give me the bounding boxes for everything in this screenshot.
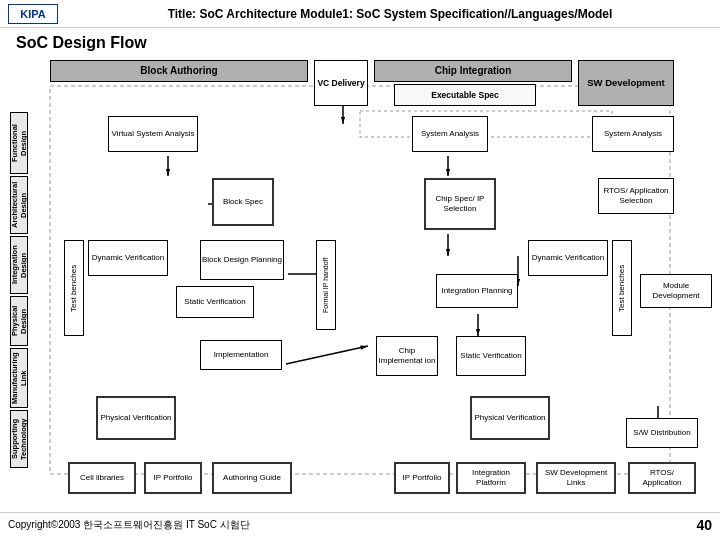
integration-planning: Integration Planning <box>436 274 518 308</box>
architectural-design-label: Architectural Design <box>10 176 28 234</box>
footer: Copyright©2003 한국소프트웨어진흥원 IT SoC 시험단 40 <box>0 512 720 536</box>
integration-design-label: Integration Design <box>10 236 28 294</box>
flow-title: SoC Design Flow <box>8 30 155 56</box>
rtos-app-selection: RTOS/ Application Selection <box>598 178 674 214</box>
system-analysis-sw: System Analysis <box>592 116 674 152</box>
header: KIPA Title: SoC Architecture Module1: So… <box>0 0 720 28</box>
saw-distribution: S/W Distribution <box>626 418 698 448</box>
formal-ip-handoff: Formal IP handoff <box>316 240 336 330</box>
page-number: 40 <box>696 517 712 533</box>
dynamic-verification-left: Dynamic Verification <box>88 240 168 276</box>
static-verification-right: Static Verification <box>456 336 526 376</box>
test-benches-left: Test benches <box>64 240 84 336</box>
block-design-planning: Block Design Planning <box>200 240 284 280</box>
implementation: Implementation <box>200 340 282 370</box>
dynamic-verification-right: Dynamic Verification <box>528 240 608 276</box>
block-authoring-label: Block Authoring <box>50 60 308 82</box>
physical-design-label: Physical Design <box>10 296 28 346</box>
executable-spec: Executable Spec <box>394 84 536 106</box>
supporting-technology-label: Supporting Technology <box>10 410 28 468</box>
block-spec: Block Spec <box>212 178 274 226</box>
sw-development-label: SW Development <box>578 60 674 106</box>
virtual-system-analysis: Virtual System Analysis <box>108 116 198 152</box>
header-title: Title: SoC Architecture Module1: SoC Sys… <box>68 7 712 21</box>
ip-portfolio-left: IP Portfolio <box>144 462 202 494</box>
chip-spec-ip-selection: Chip Spec/ IP Selection <box>424 178 496 230</box>
main-content: SoC Design Flow <box>0 28 720 512</box>
test-benches-right: Test benches <box>612 240 632 336</box>
chip-integration-label: Chip Integration <box>374 60 572 82</box>
chip-implementation: Chip Implementat ion <box>376 336 438 376</box>
authoring-guide: Authoring Guide <box>212 462 292 494</box>
physical-verification-left: Physical Verification <box>96 396 176 440</box>
cell-libraries: Cell libraries <box>68 462 136 494</box>
manufacturing-link-label: Manufacturing Link <box>10 348 28 408</box>
logo: KIPA <box>8 4 58 24</box>
copyright: Copyright©2003 한국소프트웨어진흥원 IT SoC 시험단 <box>8 518 250 532</box>
system-analysis-chip: System Analysis <box>412 116 488 152</box>
sw-development-links: SW Development Links <box>536 462 616 494</box>
integration-platform: Integration Platform <box>456 462 526 494</box>
ip-portfolio-right: IP Portfolio <box>394 462 450 494</box>
functional-design-label: Functional Design <box>10 112 28 174</box>
rtos-application: RTOS/ Application <box>628 462 696 494</box>
physical-verification-right: Physical Verification <box>470 396 550 440</box>
module-development: Module Development <box>640 274 712 308</box>
vc-delivery-label: VC Delivery <box>314 60 368 106</box>
static-verification-left: Static Verification <box>176 286 254 318</box>
svg-line-10 <box>286 346 368 364</box>
